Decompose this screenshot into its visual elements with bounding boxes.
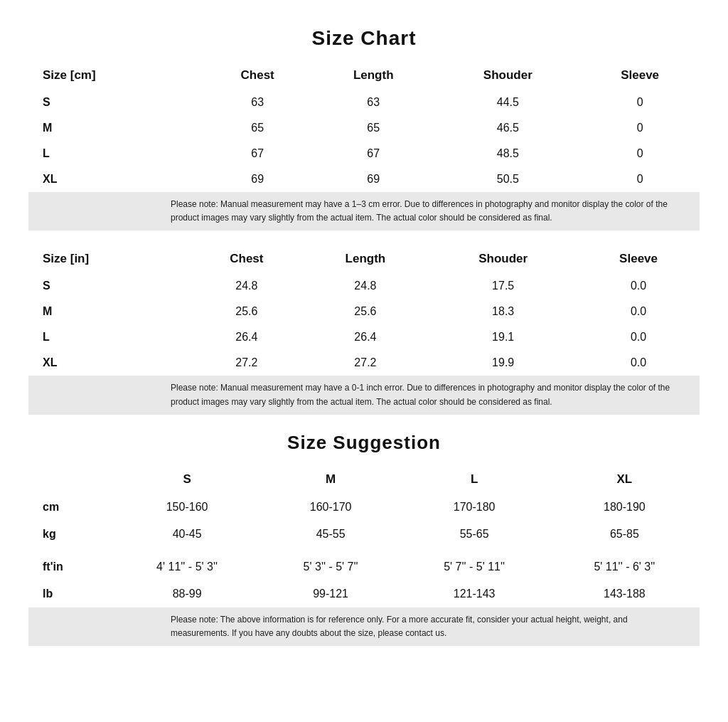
in-table: Size [in] Chest Length Shouder Sleeve S … (28, 245, 700, 376)
suggestion-l-cell: 5' 7'' - 5' 11'' (399, 553, 549, 580)
chest-cell: 25.6 (191, 299, 301, 324)
cm-col-chest: Chest (203, 61, 311, 90)
in-col-chest: Chest (191, 245, 301, 273)
chest-cell: 65 (203, 115, 311, 141)
suggestion-col-header: L (399, 465, 549, 494)
suggestion-s-cell: 88-99 (112, 580, 262, 607)
shoulder-cell: 50.5 (435, 166, 580, 192)
chest-cell: 67 (203, 141, 311, 166)
size-cell: S (28, 90, 203, 115)
table-row: XL 27.2 27.2 19.9 0.0 (28, 350, 700, 376)
suggestion-m-cell: 99-121 (262, 580, 400, 607)
size-cell: M (28, 115, 203, 141)
suggestion-s-cell: 4' 11'' - 5' 3'' (112, 553, 262, 580)
sleeve-cell: 0.0 (577, 273, 700, 299)
suggestion-note: Please note: The above information is fo… (28, 607, 700, 646)
sleeve-cell: 0 (580, 115, 700, 141)
list-item: kg 40-45 45-55 55-65 65-85 (28, 521, 700, 548)
table-row: M 25.6 25.6 18.3 0.0 (28, 299, 700, 324)
sleeve-cell: 0.0 (577, 299, 700, 324)
list-item: lb 88-99 99-121 121-143 143-188 (28, 580, 700, 607)
list-item: ft'in 4' 11'' - 5' 3'' 5' 3'' - 5' 7'' 5… (28, 553, 700, 580)
length-cell: 26.4 (302, 324, 429, 350)
cm-col-shoulder: Shouder (435, 61, 580, 90)
cm-col-length: Length (311, 61, 435, 90)
shoulder-cell: 48.5 (435, 141, 580, 166)
cm-table-section: Size [cm] Chest Length Shouder Sleeve S … (28, 61, 700, 230)
sleeve-cell: 0 (580, 166, 700, 192)
length-cell: 69 (311, 166, 435, 192)
suggestion-table-section: SMLXL cm 150-160 160-170 170-180 180-190… (28, 465, 700, 646)
suggestion-l-cell: 121-143 (399, 580, 549, 607)
shoulder-cell: 46.5 (435, 115, 580, 141)
in-table-section: Size [in] Chest Length Shouder Sleeve S … (28, 245, 700, 414)
table-row: S 24.8 24.8 17.5 0.0 (28, 273, 700, 299)
suggestion-xl-cell: 5' 11'' - 6' 3'' (550, 553, 700, 580)
length-cell: 65 (311, 115, 435, 141)
sleeve-cell: 0 (580, 90, 700, 115)
suggestion-row-label: cm (28, 494, 112, 521)
size-cell: XL (28, 166, 203, 192)
cm-col-size: Size [cm] (28, 61, 203, 90)
suggestion-table: SMLXL cm 150-160 160-170 170-180 180-190… (28, 465, 700, 607)
size-cell: S (28, 273, 191, 299)
table-row: L 26.4 26.4 19.1 0.0 (28, 324, 700, 350)
length-cell: 25.6 (302, 299, 429, 324)
suggestion-s-cell: 40-45 (112, 521, 262, 548)
in-col-length: Length (302, 245, 429, 273)
length-cell: 67 (311, 141, 435, 166)
suggestion-xl-cell: 65-85 (550, 521, 700, 548)
suggestion-xl-cell: 180-190 (550, 494, 700, 521)
shoulder-cell: 19.1 (429, 324, 577, 350)
table-row: S 63 63 44.5 0 (28, 90, 700, 115)
suggestion-s-cell: 150-160 (112, 494, 262, 521)
suggestion-col-header (28, 465, 112, 494)
sleeve-cell: 0.0 (577, 350, 700, 376)
suggestion-title: Size Suggestion (28, 432, 700, 454)
size-cell: M (28, 299, 191, 324)
chest-cell: 63 (203, 90, 311, 115)
in-col-sleeve: Sleeve (577, 245, 700, 273)
chest-cell: 24.8 (191, 273, 301, 299)
shoulder-cell: 17.5 (429, 273, 577, 299)
chest-cell: 26.4 (191, 324, 301, 350)
suggestion-row-label: lb (28, 580, 112, 607)
table-row: XL 69 69 50.5 0 (28, 166, 700, 192)
suggestion-row-label: ft'in (28, 553, 112, 580)
in-col-size: Size [in] (28, 245, 191, 273)
suggestion-xl-cell: 143-188 (550, 580, 700, 607)
cm-table: Size [cm] Chest Length Shouder Sleeve S … (28, 61, 700, 192)
suggestion-m-cell: 160-170 (262, 494, 400, 521)
length-cell: 63 (311, 90, 435, 115)
table-row: L 67 67 48.5 0 (28, 141, 700, 166)
suggestion-col-header: XL (550, 465, 700, 494)
in-col-shoulder: Shouder (429, 245, 577, 273)
sleeve-cell: 0 (580, 141, 700, 166)
list-item: cm 150-160 160-170 170-180 180-190 (28, 494, 700, 521)
cm-col-sleeve: Sleeve (580, 61, 700, 90)
cm-table-note: Please note: Manual measurement may have… (28, 192, 700, 230)
sleeve-cell: 0.0 (577, 324, 700, 350)
suggestion-m-cell: 45-55 (262, 521, 400, 548)
size-cell: XL (28, 350, 191, 376)
table-row: M 65 65 46.5 0 (28, 115, 700, 141)
suggestion-l-cell: 55-65 (399, 521, 549, 548)
spacer-row (28, 548, 700, 553)
size-cell: L (28, 324, 191, 350)
suggestion-m-cell: 5' 3'' - 5' 7'' (262, 553, 400, 580)
suggestion-row-label: kg (28, 521, 112, 548)
chest-cell: 69 (203, 166, 311, 192)
page-title: Size Chart (28, 27, 700, 50)
chest-cell: 27.2 (191, 350, 301, 376)
suggestion-col-header: S (112, 465, 262, 494)
length-cell: 27.2 (302, 350, 429, 376)
shoulder-cell: 44.5 (435, 90, 580, 115)
in-table-note: Please note: Manual measurement may have… (28, 376, 700, 414)
shoulder-cell: 18.3 (429, 299, 577, 324)
shoulder-cell: 19.9 (429, 350, 577, 376)
suggestion-col-header: M (262, 465, 400, 494)
length-cell: 24.8 (302, 273, 429, 299)
size-cell: L (28, 141, 203, 166)
suggestion-l-cell: 170-180 (399, 494, 549, 521)
